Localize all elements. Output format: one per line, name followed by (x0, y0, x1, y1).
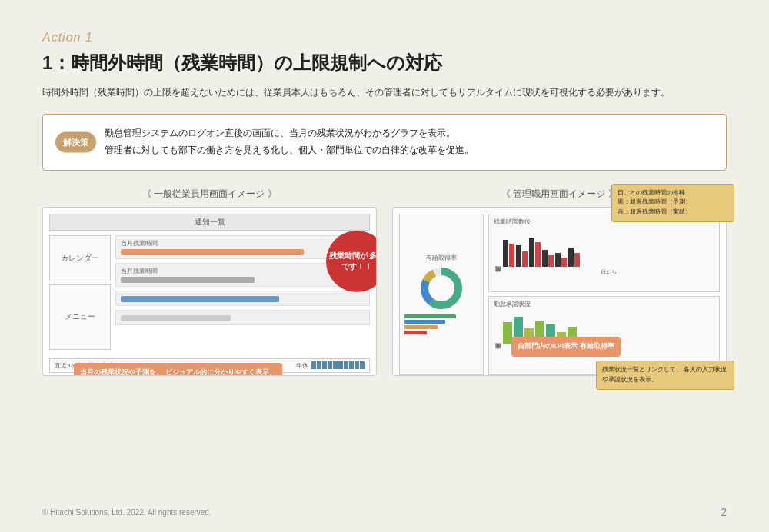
bar-red-3 (535, 242, 541, 267)
solution-box: 解決策 勤怠管理システムのログオン直後の画面に、当月の残業状況がわかるグラフを表… (42, 114, 727, 170)
footer-page: 2 (721, 506, 727, 518)
vbar-6 (338, 361, 343, 369)
ls-bar-row-3 (115, 291, 370, 306)
solution-badge: 解決策 (55, 131, 96, 152)
ls-bar-row-4 (115, 310, 370, 325)
bar-red-4 (548, 255, 554, 267)
bar-group-6 (568, 248, 580, 267)
bar-dark-3 (529, 238, 534, 267)
ls-bar-lgray (121, 315, 231, 321)
balloon-kpi: 自部門内のKPI表示 有給取得率 (511, 337, 621, 357)
main-title: 1：時間外時間（残業時間）の上限規制への対応 (42, 51, 727, 75)
ls-calendar: カレンダー (49, 235, 111, 281)
vbar-3 (322, 361, 327, 369)
bar-red-5 (561, 258, 567, 267)
mini-bar-3 (404, 325, 438, 329)
bar-red-2 (522, 251, 528, 267)
vbar-7 (344, 361, 348, 369)
ls-bar-orange (121, 249, 304, 255)
vbar-5 (333, 361, 338, 369)
mini-bar-1 (404, 314, 456, 318)
left-screen-frame: 通知一覧 カレンダー メニュー (42, 207, 377, 376)
rs-paid-box: 有給取得率 (399, 214, 484, 375)
mini-bar-4 (404, 331, 427, 334)
bar-red-1 (509, 244, 514, 267)
ls-bar-gray (121, 277, 255, 283)
rs-rank-chart: 日にち (503, 228, 714, 276)
description: 時間外時間（残業時間）の上限を超えないためには、従業員本人はもちろん、その管理者… (42, 85, 727, 100)
footer: © Hitachi Solutions, Ltd. 2022. All righ… (42, 506, 727, 518)
ls-notification-bar: 通知一覧 (49, 214, 370, 231)
annotation-bottom-right: 残業状況一覧とリンクして、 各人の入力状況や承認状況を表示。 (596, 361, 734, 390)
bar-group-1 (503, 240, 514, 267)
bar-dark-4 (542, 250, 548, 267)
left-screen-block: 《 一般従業員用画面イメージ 》 通知一覧 カレンダー メニュー (42, 188, 377, 376)
ls-vacation-area: 年休 (296, 361, 365, 370)
bar-group-2 (516, 245, 528, 267)
right-screen-block: 《 管理職用画面イメージ 》 有給取得率 (392, 188, 727, 376)
screens-section: 《 一般従業員用画面イメージ 》 通知一覧 カレンダー メニュー (42, 188, 727, 376)
rs-left-col: 有給取得率 (399, 214, 484, 375)
bar-dark-5 (555, 253, 561, 267)
vbar-9 (355, 361, 359, 369)
rs-chart-bars (503, 228, 714, 267)
ls-content: カレンダー メニュー 当月残業時間 当月残業時間 (49, 235, 370, 354)
solution-text: 勤怠管理システムのログオン直後の画面に、当月の残業状況がわかるグラフを表示。 管… (105, 125, 711, 158)
rs-rank-box: 残業時間数位 残業時間 (488, 214, 720, 293)
vbar-10 (360, 361, 365, 369)
ls-menu: メニュー (49, 284, 111, 350)
ls-vacation-bars (311, 361, 365, 369)
bar-group-3 (529, 238, 541, 267)
bar-group-5 (555, 253, 567, 267)
page: Action 1 1：時間外時間（残業時間）の上限規制への対応 時間外時間（残業… (0, 0, 769, 532)
bar-dark-2 (516, 245, 521, 267)
mini-bar-2 (404, 320, 445, 324)
bar-group-4 (542, 250, 554, 267)
annotation-top-right: 日ごとの残業時間の推移 黒：超過残業時間（予測） 赤：超過残業時間（実績） (611, 184, 734, 222)
vbar-1 (311, 361, 316, 369)
vbar-8 (349, 361, 354, 369)
rs-rank-chart-wrapper: 残業時間 (494, 228, 714, 276)
bar-red-6 (574, 253, 580, 267)
vbar-2 (317, 361, 321, 369)
bar-dark-6 (568, 248, 574, 267)
bar-dark-1 (503, 240, 508, 267)
vbar-4 (328, 361, 332, 369)
footer-copyright: © Hitachi Solutions, Ltd. 2022. All righ… (42, 508, 211, 517)
donut-chart (418, 265, 464, 311)
rs-bars-mini (404, 314, 478, 334)
ls-bar-blue-1 (121, 296, 279, 302)
left-screen-label: 《 一般従業員用画面イメージ 》 (42, 188, 377, 201)
left-annotation: 当月の残業状況や予測を、 ビジュアル的に分かりやすく表示。 (74, 363, 282, 376)
action-label: Action 1 (42, 31, 727, 45)
